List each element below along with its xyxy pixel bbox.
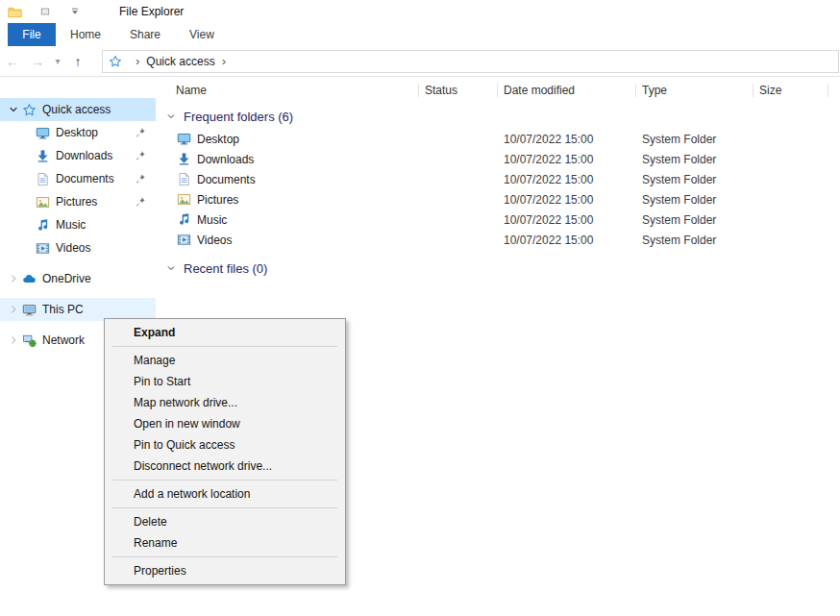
sidebar-item-label: This PC	[42, 303, 84, 316]
type-cell: System Folder	[636, 129, 754, 149]
sidebar-item-documents[interactable]: Documents	[0, 167, 156, 190]
breadcrumb-segment[interactable]: Quick access	[146, 55, 214, 68]
sidebar-item-videos[interactable]: Videos	[0, 236, 156, 259]
menu-item-rename[interactable]: Rename	[105, 532, 345, 554]
file-name: Videos	[197, 234, 232, 247]
menu-item-add-a-network-location[interactable]: Add a network location	[105, 483, 345, 505]
menu-item-map-network-drive[interactable]: Map network drive...	[105, 392, 345, 413]
column-header-status[interactable]: Status	[419, 77, 498, 104]
sidebar-item-label: Videos	[56, 241, 90, 255]
group-label: Frequent folders (6)	[184, 110, 293, 124]
menu-item-delete[interactable]: Delete	[105, 511, 345, 532]
up-button-icon[interactable]: ↑	[65, 54, 90, 69]
type-cell: System Folder	[636, 189, 754, 209]
column-header-name[interactable]: Name	[156, 77, 419, 104]
menu-item-open-in-new-window[interactable]: Open in new window	[105, 413, 345, 434]
file-name-cell: Videos	[156, 230, 419, 250]
downloads-icon	[176, 152, 191, 167]
network-icon	[21, 333, 37, 348]
sidebar-item-downloads[interactable]: Downloads	[0, 144, 156, 167]
quick-access-icon	[21, 102, 37, 117]
tab-home[interactable]: Home	[56, 23, 115, 46]
column-header-date-modified[interactable]: Date modified	[498, 77, 636, 104]
menu-item-pin-to-start[interactable]: Pin to Start	[105, 371, 345, 392]
column-headers: Name Status Date modified Type Size	[156, 77, 840, 104]
chevron-down-icon[interactable]	[6, 102, 21, 117]
file-row-music[interactable]: Music10/07/2022 15:00System Folder	[156, 209, 840, 230]
sidebar-item-pictures[interactable]: Pictures	[0, 190, 156, 213]
status-cell	[419, 169, 498, 189]
sidebar-item-label: Quick access	[42, 103, 111, 116]
onedrive-icon	[21, 271, 37, 286]
menu-separator	[112, 507, 337, 508]
file-row-desktop[interactable]: Desktop10/07/2022 15:00System Folder	[156, 129, 840, 149]
sidebar-item-label: OneDrive	[42, 272, 91, 285]
videos-icon	[176, 233, 191, 248]
chevron-right-icon[interactable]	[6, 333, 21, 348]
chevron-spacer	[19, 148, 35, 163]
file-row-videos[interactable]: Videos10/07/2022 15:00System Folder	[156, 230, 840, 250]
menu-separator	[112, 556, 337, 557]
menu-item-expand[interactable]: Expand	[105, 322, 345, 343]
status-cell	[419, 230, 498, 250]
quick-access-icon	[108, 54, 123, 69]
file-name-cell: Documents	[156, 169, 419, 189]
menu-separator	[112, 346, 337, 347]
date-modified-cell: 10/07/2022 15:00	[498, 209, 636, 230]
chevron-right-icon[interactable]	[6, 271, 21, 286]
sidebar-item-quick-access[interactable]: Quick access	[0, 98, 156, 121]
window-title: File Explorer	[119, 5, 184, 18]
size-cell	[754, 149, 828, 169]
group-header-frequent-folders[interactable]: Frequent folders (6)	[156, 104, 840, 129]
chevron-spacer	[19, 240, 35, 256]
recent-locations-dropdown-icon[interactable]: ▾	[50, 56, 65, 66]
sidebar-item-desktop[interactable]: Desktop	[0, 121, 156, 144]
column-header-type[interactable]: Type	[636, 77, 754, 104]
chevron-right-icon[interactable]	[6, 302, 21, 317]
sidebar-item-label: Documents	[56, 172, 114, 185]
quick-access-toolbar-icon[interactable]	[37, 4, 53, 19]
downloads-icon	[35, 148, 50, 163]
breadcrumb-separator: ›	[136, 54, 139, 68]
date-modified-cell: 10/07/2022 15:00	[498, 189, 636, 209]
file-name: Pictures	[197, 193, 238, 207]
file-row-downloads[interactable]: Downloads10/07/2022 15:00System Folder	[156, 149, 840, 169]
type-cell: System Folder	[636, 169, 754, 189]
sidebar-item-onedrive[interactable]: OneDrive	[0, 267, 156, 290]
date-modified-cell: 10/07/2022 15:00	[498, 169, 636, 189]
chevron-down-icon	[165, 111, 177, 122]
type-cell: System Folder	[636, 230, 754, 250]
address-bar: ← → ▾ ↑ › Quick access ›	[0, 46, 840, 77]
file-name-cell: Pictures	[156, 189, 419, 209]
status-cell	[419, 209, 498, 230]
menu-item-pin-to-quick-access[interactable]: Pin to Quick access	[105, 434, 345, 456]
customize-toolbar-dropdown-icon[interactable]	[67, 4, 83, 19]
sidebar-item-label: Network	[42, 333, 85, 347]
breadcrumb[interactable]: › Quick access ›	[102, 50, 839, 73]
sidebar-item-music[interactable]: Music	[0, 213, 156, 236]
desktop-icon	[176, 132, 191, 147]
sidebar-item-label: Desktop	[56, 126, 98, 139]
group-label: Recent files (0)	[184, 261, 267, 276]
menu-item-manage[interactable]: Manage	[105, 350, 345, 371]
group-header-recent-files[interactable]: Recent files (0)	[156, 256, 840, 281]
menu-item-disconnect-network-drive[interactable]: Disconnect network drive...	[105, 456, 345, 477]
size-cell	[754, 209, 828, 230]
status-cell	[419, 149, 498, 169]
forward-button-icon[interactable]: →	[25, 54, 50, 69]
pin-icon	[133, 194, 148, 209]
file-row-documents[interactable]: Documents10/07/2022 15:00System Folder	[156, 169, 840, 189]
status-cell	[419, 189, 498, 209]
tab-share[interactable]: Share	[115, 23, 175, 46]
column-header-size[interactable]: Size	[754, 77, 828, 104]
tab-file[interactable]: File	[8, 23, 56, 46]
back-button-icon[interactable]: ←	[0, 54, 25, 69]
explorer-logo-icon	[7, 4, 22, 19]
chevron-spacer	[19, 194, 35, 209]
pictures-icon	[176, 192, 191, 208]
size-cell	[754, 129, 828, 149]
menu-item-properties[interactable]: Properties	[105, 560, 345, 581]
tab-view[interactable]: View	[175, 23, 229, 46]
file-row-pictures[interactable]: Pictures10/07/2022 15:00System Folder	[156, 189, 840, 209]
pin-icon	[133, 148, 148, 163]
